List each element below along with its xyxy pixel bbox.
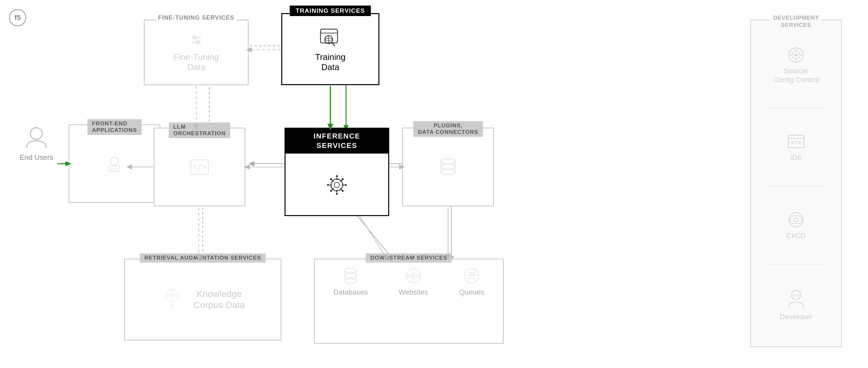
fine-tuning-header: FINE-TUNING SERVICES bbox=[156, 15, 236, 21]
plugins-content bbox=[403, 128, 493, 206]
dev-developer: </> Developer bbox=[780, 288, 812, 321]
fine-tuning-icon bbox=[188, 32, 205, 49]
downstream-queues: Queues bbox=[459, 266, 484, 296]
svg-point-73 bbox=[345, 273, 356, 278]
fine-tuning-box: FINE-TUNING SERVICES Fine-Tuning Data bbox=[144, 20, 249, 85]
end-users-label: End Users bbox=[20, 153, 53, 162]
cicd-label: CI/CD bbox=[786, 231, 806, 240]
plugins-box: PLUGINS,DATA CONNECTORS bbox=[402, 128, 494, 206]
downstream-databases: Databases bbox=[333, 266, 368, 296]
websites-icon bbox=[404, 266, 423, 285]
queues-label: Queues bbox=[459, 288, 484, 296]
downstream-websites: Websites bbox=[399, 266, 428, 296]
svg-point-56 bbox=[441, 159, 455, 164]
fine-tuning-content: Fine-Tuning Data bbox=[145, 20, 248, 84]
end-users-group: End Users bbox=[20, 124, 53, 162]
frontend-box: FRONT-ENDAPPLICATIONS bbox=[69, 124, 160, 203]
llm-content: </> bbox=[154, 128, 245, 206]
retrieval-icon bbox=[161, 286, 184, 313]
source-control-icon bbox=[786, 45, 806, 65]
svg-line-119 bbox=[360, 216, 386, 257]
retrieval-label: KnowledgeCorpus Data bbox=[193, 288, 245, 310]
svg-point-45 bbox=[345, 184, 347, 186]
svg-text:</>: </> bbox=[192, 162, 206, 172]
diagram-container: f5 End Users FINE-TUNING SERVICES Fine-T… bbox=[0, 0, 868, 368]
ide-label: IDE bbox=[790, 153, 802, 162]
svg-point-47 bbox=[342, 190, 344, 192]
dev-source-control: Source/Config Control bbox=[773, 45, 819, 84]
f5-logo: f5 bbox=[9, 9, 26, 26]
svg-text:f5: f5 bbox=[14, 13, 21, 22]
inference-header: INFERENCESERVICES bbox=[314, 132, 361, 150]
training-content: TrainingData bbox=[282, 14, 378, 84]
inference-icon bbox=[322, 170, 351, 200]
ide-icon: </> bbox=[786, 132, 806, 151]
inference-header-bg: INFERENCESERVICES bbox=[285, 128, 389, 153]
svg-point-62 bbox=[441, 169, 455, 174]
svg-text:</>: </> bbox=[791, 139, 802, 146]
databases-icon bbox=[341, 266, 361, 285]
cicd-icon bbox=[786, 210, 806, 229]
inference-box: INFERENCESERVICES bbox=[284, 128, 389, 216]
svg-text:</>: </> bbox=[793, 293, 800, 298]
svg-point-76 bbox=[345, 279, 356, 283]
websites-label: Websites bbox=[399, 288, 428, 296]
queues-icon bbox=[462, 266, 482, 285]
svg-point-48 bbox=[342, 178, 344, 180]
frontend-icon bbox=[105, 154, 124, 173]
development-header: DEVELOPMENTSERVICES bbox=[771, 15, 822, 29]
development-panel: DEVELOPMENTSERVICES Source/Config Contro… bbox=[750, 20, 842, 347]
source-control-label: Source/Config Control bbox=[773, 67, 819, 84]
retrieval-box: RETRIEVAL AUGMENTATION SERVICES Knowledg… bbox=[124, 259, 281, 340]
svg-point-43 bbox=[336, 193, 338, 195]
training-header: TRAINING SERVICES bbox=[290, 6, 371, 16]
svg-marker-9 bbox=[249, 161, 254, 166]
developer-label: Developer bbox=[780, 313, 812, 321]
svg-point-33 bbox=[334, 182, 339, 188]
end-users-icon bbox=[23, 124, 50, 150]
training-icon bbox=[319, 26, 342, 49]
llm-icon: </> bbox=[188, 157, 211, 177]
dev-cicd: CI/CD bbox=[786, 210, 806, 240]
dev-ide: </> IDE bbox=[786, 132, 806, 162]
svg-point-46 bbox=[330, 178, 332, 180]
svg-point-42 bbox=[336, 175, 338, 177]
databases-label: Databases bbox=[333, 288, 368, 296]
downstream-box: DOWNSTREAM SERVICES Databases bbox=[314, 259, 504, 344]
svg-point-49 bbox=[330, 190, 332, 192]
svg-point-22 bbox=[30, 128, 42, 139]
llm-header: LLMORCHESTRATION bbox=[169, 122, 230, 138]
plugins-icon bbox=[437, 155, 460, 178]
svg-point-98 bbox=[794, 218, 798, 222]
svg-point-70 bbox=[345, 268, 356, 273]
training-label: TrainingData bbox=[315, 52, 346, 73]
frontend-content bbox=[69, 125, 160, 202]
svg-point-97 bbox=[789, 213, 803, 227]
frontend-header: FRONT-ENDAPPLICATIONS bbox=[87, 119, 142, 135]
developer-icon: </> bbox=[784, 288, 807, 311]
fine-tuning-label: Fine-Tuning Data bbox=[174, 52, 219, 73]
downstream-header: DOWNSTREAM SERVICES bbox=[366, 253, 452, 262]
training-box: TRAINING SERVICES TrainingData bbox=[281, 13, 379, 85]
svg-rect-66 bbox=[170, 304, 174, 306]
llm-box: LLMORCHESTRATION </> bbox=[154, 128, 245, 206]
svg-point-44 bbox=[327, 184, 329, 186]
plugins-header: PLUGINS,DATA CONNECTORS bbox=[413, 121, 483, 137]
retrieval-header: RETRIEVAL AUGMENTATION SERVICES bbox=[140, 253, 266, 262]
svg-point-59 bbox=[441, 164, 455, 169]
downstream-content: Databases Websites bbox=[315, 259, 503, 303]
svg-point-50 bbox=[111, 157, 118, 165]
retrieval-content: KnowledgeCorpus Data bbox=[125, 259, 281, 340]
